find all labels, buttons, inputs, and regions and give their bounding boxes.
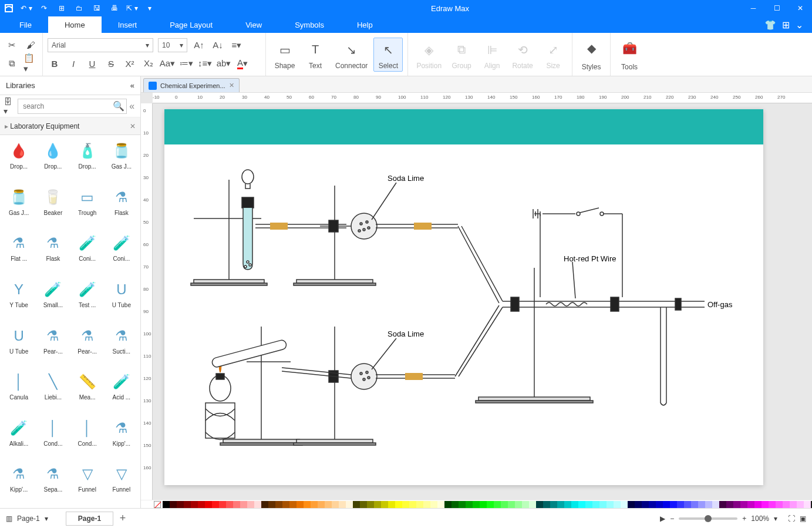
- font-family-select[interactable]: Arial▾: [48, 38, 153, 52]
- color-swatch[interactable]: [374, 501, 381, 508]
- tab-help[interactable]: Help: [341, 16, 389, 33]
- shape-item[interactable]: ⚗Flat ...: [2, 230, 35, 275]
- color-swatch[interactable]: [571, 501, 578, 508]
- color-swatch[interactable]: [388, 501, 395, 508]
- color-swatch[interactable]: [268, 501, 275, 508]
- color-swatch[interactable]: [663, 501, 670, 508]
- collapse-libraries-icon[interactable]: «: [130, 81, 134, 90]
- color-swatch[interactable]: [240, 501, 247, 508]
- tab-file[interactable]: File: [3, 16, 48, 33]
- align-text-icon[interactable]: ≡▾: [230, 38, 244, 52]
- color-swatch[interactable]: [226, 501, 233, 508]
- search-input[interactable]: [18, 99, 127, 114]
- page[interactable]: Soda Lime Soda Lime Hot-red Pt Wire Off-…: [164, 109, 763, 485]
- bold-icon[interactable]: B: [48, 56, 62, 70]
- color-swatch[interactable]: [726, 501, 733, 508]
- color-swatch[interactable]: [578, 501, 585, 508]
- shape-item[interactable]: 🧪Acid ...: [105, 368, 138, 413]
- color-swatch[interactable]: [635, 501, 642, 508]
- shape-item[interactable]: ⚗Flask: [105, 184, 138, 229]
- shape-item[interactable]: ⚗Sucti...: [105, 322, 138, 368]
- shape-item[interactable]: 🫙Gas J...: [2, 184, 35, 229]
- color-swatch[interactable]: [684, 501, 691, 508]
- color-swatch[interactable]: [536, 501, 543, 508]
- new-icon[interactable]: ⊞: [53, 0, 70, 16]
- color-swatch[interactable]: [656, 501, 663, 508]
- color-swatch[interactable]: [360, 501, 367, 508]
- color-swatch[interactable]: [543, 501, 550, 508]
- shape-item[interactable]: 🧴Drop...: [71, 137, 104, 183]
- color-swatch[interactable]: [797, 501, 804, 508]
- color-swatch[interactable]: [304, 501, 311, 508]
- export-icon[interactable]: ⇱ ▾: [123, 0, 141, 16]
- color-swatch[interactable]: [712, 501, 719, 508]
- shape-item[interactable]: ▭Trough: [71, 184, 104, 229]
- color-swatch[interactable]: [585, 501, 592, 508]
- shape-item[interactable]: ▽Funnel: [105, 460, 138, 506]
- shape-item[interactable]: 🧪Small...: [36, 276, 69, 321]
- color-swatch[interactable]: [592, 501, 599, 508]
- color-swatch[interactable]: [233, 501, 240, 508]
- color-swatch[interactable]: [522, 501, 529, 508]
- color-swatch[interactable]: [614, 501, 621, 508]
- redo-icon[interactable]: ↷: [35, 0, 53, 16]
- color-swatch[interactable]: [311, 501, 318, 508]
- color-swatch[interactable]: [177, 501, 184, 508]
- app-logo-icon[interactable]: [0, 0, 18, 16]
- library-category-header[interactable]: ▸ Laboratory Equipment ✕: [0, 117, 140, 135]
- shape-item[interactable]: ⚗Sepa...: [36, 460, 69, 506]
- theme-icon[interactable]: 👕: [764, 19, 776, 31]
- apps-icon[interactable]: ⊞: [782, 19, 790, 31]
- color-swatch[interactable]: [670, 501, 677, 508]
- color-swatch[interactable]: [754, 501, 762, 508]
- document-tab[interactable]: Chemical Experimen... ✕: [143, 78, 240, 92]
- color-swatch[interactable]: [473, 501, 480, 508]
- increase-font-icon[interactable]: A↑: [192, 38, 206, 52]
- color-swatch[interactable]: [163, 501, 170, 508]
- color-swatch[interactable]: [212, 501, 219, 508]
- color-swatch[interactable]: [557, 501, 564, 508]
- shape-item[interactable]: 🧪Coni...: [71, 230, 104, 275]
- color-swatch[interactable]: [289, 501, 297, 508]
- tab-view[interactable]: View: [229, 16, 278, 33]
- shape-item[interactable]: YY Tube: [2, 276, 35, 321]
- fit-page-icon[interactable]: ⛶: [788, 514, 795, 523]
- underline-icon[interactable]: U: [85, 56, 99, 70]
- qat-more-icon[interactable]: ▾: [141, 0, 159, 16]
- copy-icon[interactable]: ⧉: [5, 56, 19, 70]
- color-swatch[interactable]: [466, 501, 473, 508]
- color-swatch[interactable]: [487, 501, 494, 508]
- shape-item[interactable]: 🧪Alkali...: [2, 415, 35, 460]
- paste-icon[interactable]: 📋▾: [23, 56, 38, 70]
- search-icon[interactable]: 🔍: [113, 99, 124, 114]
- color-swatch[interactable]: [353, 501, 360, 508]
- library-menu-icon[interactable]: 🗄▾: [4, 97, 15, 116]
- shape-item[interactable]: 📏Mea...: [71, 368, 104, 413]
- color-swatch[interactable]: [205, 501, 212, 508]
- color-swatch[interactable]: [769, 501, 776, 508]
- zoom-in-button[interactable]: +: [742, 514, 746, 523]
- close-category-icon[interactable]: ✕: [130, 122, 136, 130]
- color-swatch[interactable]: [339, 501, 346, 508]
- shape-item[interactable]: UU Tube: [105, 276, 138, 321]
- color-swatch[interactable]: [395, 501, 402, 508]
- color-swatch[interactable]: [184, 501, 191, 508]
- shape-item[interactable]: 🥛Beaker: [36, 184, 69, 229]
- zoom-slider[interactable]: [679, 517, 737, 520]
- color-swatch[interactable]: [381, 501, 388, 508]
- color-swatch[interactable]: [275, 501, 282, 508]
- color-swatch[interactable]: [444, 501, 452, 508]
- add-page-button[interactable]: +: [116, 512, 130, 526]
- close-tab-icon[interactable]: ✕: [229, 82, 234, 89]
- color-swatch[interactable]: [423, 501, 430, 508]
- color-swatch[interactable]: [550, 501, 557, 508]
- color-swatch[interactable]: [776, 501, 783, 508]
- select-tool-button[interactable]: ↖Select: [373, 38, 403, 72]
- color-swatch[interactable]: [783, 501, 790, 508]
- tab-symbols[interactable]: Symbols: [278, 16, 341, 33]
- format-painter-icon[interactable]: 🖌: [23, 38, 38, 52]
- cut-icon[interactable]: ✂: [5, 38, 19, 52]
- shape-tool-button[interactable]: ▭Shape: [271, 38, 299, 71]
- tools-button[interactable]: 🧰Tools: [611, 33, 648, 76]
- color-swatch[interactable]: [599, 501, 607, 508]
